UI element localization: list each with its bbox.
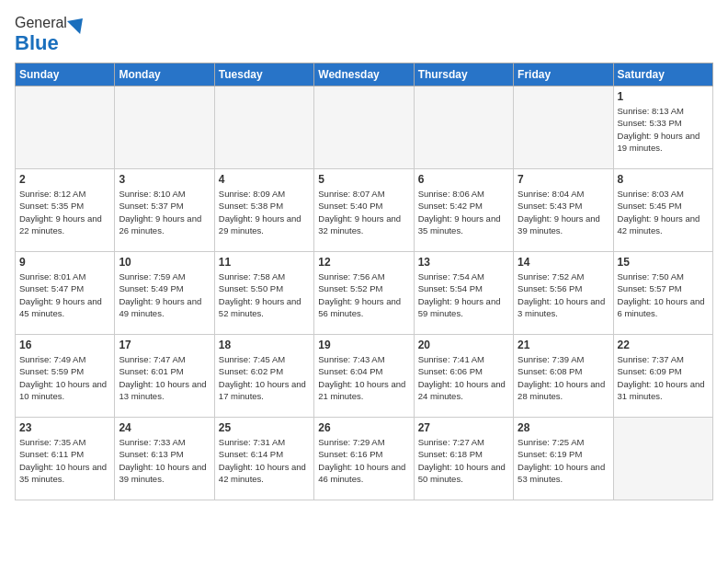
day-info: Sunrise: 7:35 AM Sunset: 6:11 PM Dayligh… [19, 436, 110, 485]
day-number: 16 [19, 339, 110, 351]
day-info: Sunrise: 7:52 AM Sunset: 5:56 PM Dayligh… [518, 270, 609, 319]
day-number: 26 [318, 421, 409, 434]
day-number: 14 [518, 256, 609, 269]
calendar-cell [613, 418, 712, 500]
calendar-cell: 1Sunrise: 8:13 AM Sunset: 5:33 PM Daylig… [613, 86, 712, 169]
calendar-cell: 18Sunrise: 7:45 AM Sunset: 6:02 PM Dayli… [214, 335, 313, 418]
day-info: Sunrise: 8:04 AM Sunset: 5:43 PM Dayligh… [518, 188, 609, 236]
day-info: Sunrise: 7:39 AM Sunset: 6:08 PM Dayligh… [518, 353, 609, 402]
calendar-cell: 14Sunrise: 7:52 AM Sunset: 5:56 PM Dayli… [514, 252, 613, 335]
day-number: 9 [19, 256, 110, 269]
logo-general-text: General [15, 15, 67, 31]
weekday-header-friday: Friday [514, 63, 613, 86]
calendar-cell: 12Sunrise: 7:56 AM Sunset: 5:52 PM Dayli… [314, 252, 414, 335]
calendar-cell: 27Sunrise: 7:27 AM Sunset: 6:18 PM Dayli… [414, 418, 513, 500]
logo-blue-text: Blue [15, 31, 59, 55]
calendar-cell: 11Sunrise: 7:58 AM Sunset: 5:50 PM Dayli… [214, 252, 313, 335]
calendar-cell: 17Sunrise: 7:47 AM Sunset: 6:01 PM Dayli… [115, 335, 214, 418]
weekday-header-tuesday: Tuesday [214, 63, 313, 86]
day-number: 5 [318, 173, 409, 186]
day-info: Sunrise: 7:37 AM Sunset: 6:09 PM Dayligh… [618, 353, 709, 402]
day-info: Sunrise: 8:12 AM Sunset: 5:35 PM Dayligh… [19, 188, 110, 236]
day-info: Sunrise: 8:07 AM Sunset: 5:40 PM Dayligh… [318, 188, 409, 236]
day-number: 11 [219, 256, 310, 269]
calendar-cell: 21Sunrise: 7:39 AM Sunset: 6:08 PM Dayli… [514, 335, 613, 418]
page-header: General Blue [15, 15, 713, 55]
day-number: 1 [618, 90, 709, 103]
day-info: Sunrise: 7:50 AM Sunset: 5:57 PM Dayligh… [618, 270, 709, 319]
day-number: 12 [318, 256, 409, 269]
calendar-cell: 13Sunrise: 7:54 AM Sunset: 5:54 PM Dayli… [414, 252, 513, 335]
day-number: 2 [19, 173, 110, 186]
day-number: 3 [119, 173, 210, 186]
day-number: 23 [19, 421, 110, 434]
day-number: 4 [219, 173, 310, 186]
day-number: 13 [418, 256, 509, 269]
logo-triangle-icon [67, 12, 89, 34]
calendar-cell: 2Sunrise: 8:12 AM Sunset: 5:35 PM Daylig… [16, 169, 115, 252]
calendar-cell: 28Sunrise: 7:25 AM Sunset: 6:19 PM Dayli… [514, 418, 613, 500]
calendar-cell [414, 86, 513, 169]
day-info: Sunrise: 7:49 AM Sunset: 5:59 PM Dayligh… [19, 353, 110, 402]
calendar-cell: 25Sunrise: 7:31 AM Sunset: 6:14 PM Dayli… [214, 418, 313, 500]
calendar-cell: 3Sunrise: 8:10 AM Sunset: 5:37 PM Daylig… [115, 169, 214, 252]
calendar-cell: 10Sunrise: 7:59 AM Sunset: 5:49 PM Dayli… [115, 252, 214, 335]
logo: General Blue [15, 15, 87, 55]
day-info: Sunrise: 7:45 AM Sunset: 6:02 PM Dayligh… [219, 353, 310, 402]
weekday-header-monday: Monday [115, 63, 214, 86]
day-number: 10 [119, 256, 210, 269]
calendar-cell: 24Sunrise: 7:33 AM Sunset: 6:13 PM Dayli… [115, 418, 214, 500]
day-number: 17 [119, 339, 210, 351]
calendar-cell [514, 86, 613, 169]
day-info: Sunrise: 8:03 AM Sunset: 5:45 PM Dayligh… [618, 188, 709, 236]
calendar-cell: 26Sunrise: 7:29 AM Sunset: 6:16 PM Dayli… [314, 418, 414, 500]
day-number: 21 [518, 339, 609, 351]
day-info: Sunrise: 7:25 AM Sunset: 6:19 PM Dayligh… [518, 436, 609, 485]
day-info: Sunrise: 7:31 AM Sunset: 6:14 PM Dayligh… [219, 436, 310, 485]
calendar-cell: 15Sunrise: 7:50 AM Sunset: 5:57 PM Dayli… [613, 252, 712, 335]
day-info: Sunrise: 8:01 AM Sunset: 5:47 PM Dayligh… [19, 270, 110, 319]
day-number: 7 [518, 173, 609, 186]
calendar-cell: 8Sunrise: 8:03 AM Sunset: 5:45 PM Daylig… [613, 169, 712, 252]
day-info: Sunrise: 7:29 AM Sunset: 6:16 PM Dayligh… [318, 436, 409, 485]
calendar-cell: 4Sunrise: 8:09 AM Sunset: 5:38 PM Daylig… [214, 169, 313, 252]
calendar-cell [314, 86, 414, 169]
day-info: Sunrise: 7:58 AM Sunset: 5:50 PM Dayligh… [219, 270, 310, 319]
day-number: 8 [618, 173, 709, 186]
day-number: 27 [418, 421, 509, 434]
calendar-cell: 7Sunrise: 8:04 AM Sunset: 5:43 PM Daylig… [514, 169, 613, 252]
weekday-header-sunday: Sunday [16, 63, 115, 86]
calendar-table: SundayMondayTuesdayWednesdayThursdayFrid… [15, 63, 713, 500]
day-number: 6 [418, 173, 509, 186]
day-info: Sunrise: 8:13 AM Sunset: 5:33 PM Dayligh… [618, 105, 709, 154]
calendar-cell: 5Sunrise: 8:07 AM Sunset: 5:40 PM Daylig… [314, 169, 414, 252]
day-number: 25 [219, 421, 310, 434]
day-number: 15 [618, 256, 709, 269]
day-info: Sunrise: 7:43 AM Sunset: 6:04 PM Dayligh… [318, 353, 409, 402]
day-number: 19 [318, 339, 409, 351]
weekday-header-saturday: Saturday [613, 63, 712, 86]
day-info: Sunrise: 7:54 AM Sunset: 5:54 PM Dayligh… [418, 270, 509, 319]
calendar-cell: 9Sunrise: 8:01 AM Sunset: 5:47 PM Daylig… [16, 252, 115, 335]
calendar-cell: 22Sunrise: 7:37 AM Sunset: 6:09 PM Dayli… [613, 335, 712, 418]
day-info: Sunrise: 8:09 AM Sunset: 5:38 PM Dayligh… [219, 188, 310, 236]
weekday-header-thursday: Thursday [414, 63, 513, 86]
day-info: Sunrise: 7:33 AM Sunset: 6:13 PM Dayligh… [119, 436, 210, 485]
day-number: 18 [219, 339, 310, 351]
day-number: 28 [518, 421, 609, 434]
day-info: Sunrise: 7:41 AM Sunset: 6:06 PM Dayligh… [418, 353, 509, 402]
day-info: Sunrise: 7:27 AM Sunset: 6:18 PM Dayligh… [418, 436, 509, 485]
weekday-header-wednesday: Wednesday [314, 63, 414, 86]
day-info: Sunrise: 8:10 AM Sunset: 5:37 PM Dayligh… [119, 188, 210, 236]
day-number: 20 [418, 339, 509, 351]
calendar-cell [214, 86, 313, 169]
calendar-cell: 19Sunrise: 7:43 AM Sunset: 6:04 PM Dayli… [314, 335, 414, 418]
day-info: Sunrise: 7:59 AM Sunset: 5:49 PM Dayligh… [119, 270, 210, 319]
calendar-cell: 23Sunrise: 7:35 AM Sunset: 6:11 PM Dayli… [16, 418, 115, 500]
calendar-cell [115, 86, 214, 169]
calendar-cell: 6Sunrise: 8:06 AM Sunset: 5:42 PM Daylig… [414, 169, 513, 252]
day-info: Sunrise: 8:06 AM Sunset: 5:42 PM Dayligh… [418, 188, 509, 236]
calendar-cell: 16Sunrise: 7:49 AM Sunset: 5:59 PM Dayli… [16, 335, 115, 418]
day-info: Sunrise: 7:47 AM Sunset: 6:01 PM Dayligh… [119, 353, 210, 402]
day-number: 24 [119, 421, 210, 434]
